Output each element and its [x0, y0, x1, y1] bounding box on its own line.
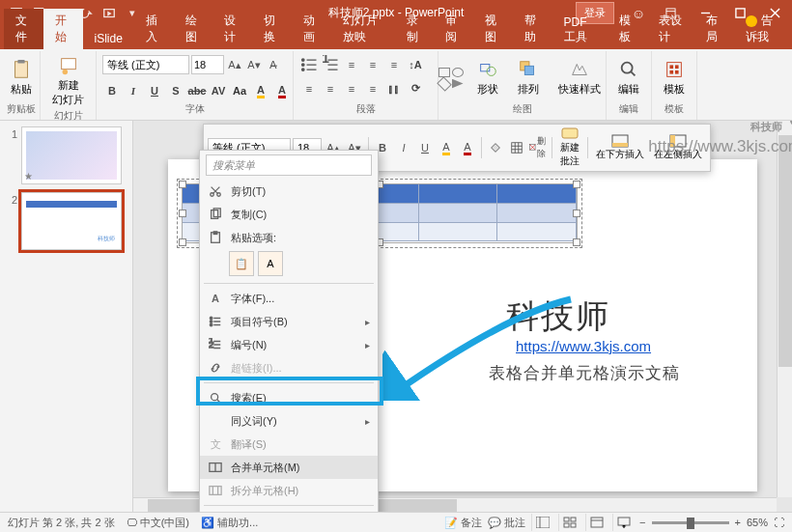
mini-border-button[interactable] — [507, 138, 526, 157]
new-slide-button[interactable]: 新建 幻灯片 — [46, 53, 90, 109]
font-color-button[interactable]: A — [272, 81, 292, 100]
mini-insert-below-button[interactable]: 在下方插入 — [592, 134, 648, 161]
mini-highlight-button[interactable]: A — [437, 138, 456, 157]
paste-button[interactable]: 粘贴 — [5, 57, 38, 98]
start-from-beginning-icon[interactable] — [99, 3, 120, 24]
tab-tabledesign[interactable]: 表设计 — [647, 9, 694, 49]
text-direction-button[interactable]: ↕A — [406, 55, 425, 74]
align-left-button[interactable]: ≡ — [299, 79, 319, 98]
zoom-percentage[interactable]: 65% — [747, 517, 768, 528]
context-merge-cells[interactable]: 合并单元格(M) — [200, 456, 378, 479]
strikethrough-button[interactable]: abc — [187, 81, 207, 100]
italic-button[interactable]: I — [124, 81, 143, 100]
tab-islide[interactable]: iSlide — [83, 28, 134, 49]
char-spacing-button[interactable]: AV — [209, 81, 228, 100]
context-synonyms[interactable]: 同义词(Y) — [200, 409, 378, 433]
mini-delete-button[interactable]: 删除 — [528, 138, 548, 157]
slide-link-text[interactable]: https://www.3kjs.com — [516, 338, 651, 354]
context-search[interactable]: 搜索(E) — [200, 386, 378, 409]
decrease-indent-button[interactable]: ≡ — [342, 55, 361, 74]
paste-keep-formatting[interactable]: 📋 — [229, 251, 254, 276]
status-comments-button[interactable]: 💬 批注 — [488, 516, 525, 530]
align-justify-button[interactable]: ≡ — [363, 79, 382, 98]
context-copy[interactable]: 复制(C) — [200, 203, 378, 226]
clear-format-icon[interactable]: A̶ — [265, 56, 282, 73]
tab-home[interactable]: 开始 — [43, 9, 83, 49]
mini-insert-left-button[interactable]: 在左侧插入 — [650, 134, 706, 161]
context-cut[interactable]: 剪切(T) — [200, 180, 378, 203]
fit-to-window-button[interactable]: ⛶ — [774, 517, 784, 528]
status-accessibility[interactable]: ♿ 辅助功... — [201, 516, 258, 530]
tab-help[interactable]: 帮助 — [513, 9, 552, 49]
slide-thumb-1[interactable]: 1 ★ — [0, 123, 132, 188]
vertical-scrollbar[interactable] — [777, 121, 792, 497]
tab-file[interactable]: 文件 — [4, 9, 43, 49]
columns-button[interactable]: ⫿⫿ — [384, 79, 404, 98]
tab-layout[interactable]: 布局 — [694, 9, 734, 49]
status-language[interactable]: 🖵 中文(中国) — [127, 516, 189, 530]
group-editing: 编辑 编辑 — [607, 51, 652, 120]
mini-new-comment-button[interactable]: 新建 批注 — [556, 127, 583, 168]
quick-styles-button[interactable]: 快速样式 — [552, 57, 607, 98]
context-search-input[interactable]: 搜索菜单 — [206, 154, 372, 176]
zoom-out-button[interactable]: − — [639, 517, 645, 528]
zoom-in-button[interactable]: + — [735, 517, 741, 528]
font-icon: A — [208, 291, 223, 306]
smartart-button[interactable]: ⟳ — [406, 79, 425, 98]
main-area: 1 ★ 2 科技师 等线 (正文) 18 A▴ A▾ B I U A A — [0, 121, 792, 512]
tab-insert[interactable]: 插入 — [134, 9, 174, 49]
shadow-button[interactable]: S — [166, 81, 185, 100]
tab-draw[interactable]: 绘图 — [174, 9, 213, 49]
context-hidden-translate[interactable]: 文翻译(S) — [200, 433, 378, 456]
context-hyperlink[interactable]: 超链接(I)... — [200, 356, 378, 379]
underline-button[interactable]: U — [145, 81, 164, 100]
context-bullets[interactable]: 项目符号(B) — [200, 310, 378, 333]
slideshow-view-button[interactable] — [612, 514, 634, 531]
align-right-button[interactable]: ≡ — [342, 79, 361, 98]
line-spacing-button[interactable]: ≡ — [384, 55, 404, 74]
status-notes-button[interactable]: 📝 备注 — [444, 516, 482, 530]
tab-transitions[interactable]: 切换 — [252, 9, 292, 49]
tab-slideshow[interactable]: 幻灯片放映 — [331, 9, 395, 49]
zoom-slider[interactable] — [652, 521, 729, 524]
context-hidden-split[interactable]: 拆分单元格(H) — [200, 479, 378, 502]
numbering-button[interactable]: 1 — [321, 55, 340, 74]
arrange-button[interactable]: 排列 — [512, 57, 545, 98]
tab-review[interactable]: 审阅 — [434, 9, 473, 49]
tab-animations[interactable]: 动画 — [292, 9, 331, 49]
templates-button[interactable]: 模板 — [658, 57, 691, 98]
context-font[interactable]: A字体(F)... — [200, 287, 378, 310]
tab-view[interactable]: 视图 — [473, 9, 513, 49]
normal-view-button[interactable] — [531, 514, 552, 531]
mini-underline-button[interactable]: U — [415, 138, 435, 157]
mini-font-color-button[interactable]: A — [458, 138, 477, 157]
increase-font-icon[interactable]: A▴ — [226, 56, 243, 73]
tab-tell-me[interactable]: 告诉我 — [734, 9, 792, 49]
shapes-button[interactable]: 形状 — [471, 57, 504, 98]
paste-text-only[interactable]: A — [258, 251, 283, 276]
context-numbering[interactable]: 12编号(N) — [200, 333, 378, 356]
font-name-selector[interactable]: 等线 (正文) — [102, 55, 189, 74]
editing-button[interactable]: 编辑 — [612, 57, 645, 98]
font-highlight-button[interactable]: A — [251, 81, 270, 100]
svg-rect-24 — [512, 143, 523, 154]
decrease-font-icon[interactable]: A▾ — [245, 56, 263, 73]
tab-design[interactable]: 设计 — [212, 9, 252, 49]
font-size-selector[interactable]: 18 — [191, 55, 224, 74]
case-button[interactable]: Aa — [230, 81, 249, 100]
align-center-button[interactable]: ≡ — [321, 79, 340, 98]
increase-indent-button[interactable]: ≡ — [363, 55, 382, 74]
bullets-button[interactable] — [299, 55, 319, 74]
reading-view-button[interactable] — [585, 514, 607, 531]
context-select-table[interactable]: 选择表格(C) — [200, 509, 378, 512]
mini-italic-button[interactable]: I — [394, 138, 413, 157]
status-slide-info: 幻灯片 第 2 张, 共 2 张 — [8, 516, 115, 530]
slide-thumb-2[interactable]: 2 科技师 — [0, 188, 132, 254]
mini-fill-button[interactable] — [486, 138, 505, 157]
sorter-view-button[interactable] — [558, 514, 580, 531]
tab-templates[interactable]: 模板 — [608, 9, 647, 49]
tab-record[interactable]: 录制 — [395, 9, 435, 49]
bold-button[interactable]: B — [102, 81, 122, 100]
group-label-editing: 编辑 — [619, 102, 638, 118]
tab-pdf[interactable]: PDF工具 — [552, 12, 608, 49]
